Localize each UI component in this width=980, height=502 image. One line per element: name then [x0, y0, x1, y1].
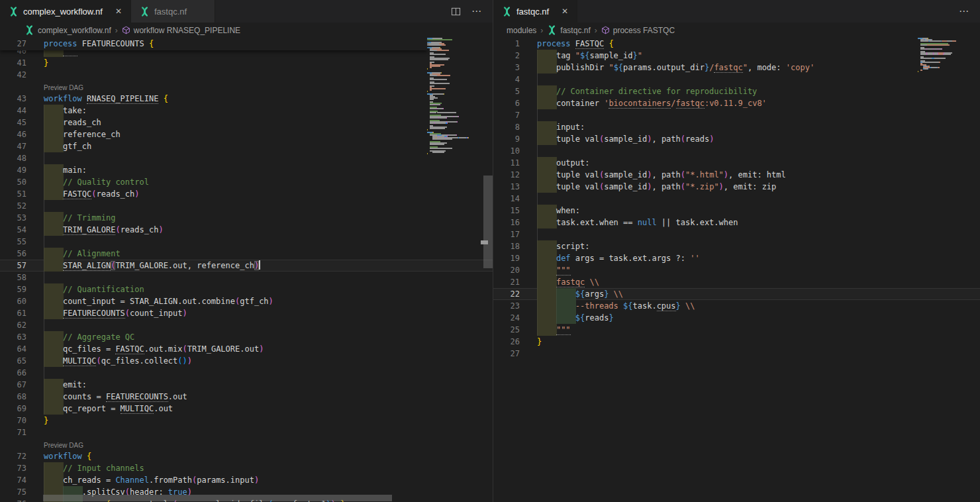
line-number[interactable]: 41	[0, 57, 26, 69]
line-number[interactable]: 4	[493, 74, 520, 85]
line-number[interactable]: 63	[0, 331, 26, 343]
code-line[interactable]: 42	[0, 69, 493, 81]
code-line[interactable]: 15 when:	[493, 205, 980, 217]
code-line[interactable]: 16 task.ext.when == null || task.ext.whe…	[493, 217, 980, 228]
line-number[interactable]: 56	[0, 248, 26, 260]
breadcrumb-item-process-fastqc[interactable]: process FASTQC	[601, 26, 675, 35]
code-line[interactable]: 17	[493, 228, 980, 240]
horizontal-scrollbar[interactable]	[0, 495, 427, 501]
code-line[interactable]: 8 input:	[493, 121, 980, 133]
horizontal-scrollbar-thumb[interactable]	[43, 495, 392, 501]
line-number[interactable]: 14	[493, 193, 520, 205]
code-line[interactable]: 41}	[0, 57, 493, 69]
line-number[interactable]: 10	[493, 145, 520, 157]
line-number[interactable]: 21	[493, 276, 520, 288]
line-number[interactable]: 19	[493, 252, 520, 264]
line-number[interactable]: 25	[493, 324, 520, 336]
line-number[interactable]: 74	[0, 474, 26, 486]
line-number[interactable]: 7	[493, 109, 520, 121]
line-number[interactable]: 45	[0, 117, 26, 128]
code-line[interactable]: 7	[493, 109, 980, 121]
line-number[interactable]: 17	[493, 228, 520, 240]
line-number[interactable]: 5	[493, 85, 520, 97]
code-line[interactable]: 74 ch_reads = Channel.fromPath(params.in…	[0, 474, 493, 486]
line-number[interactable]: 43	[0, 93, 26, 105]
line-number[interactable]: 12	[493, 169, 520, 181]
code-line[interactable]: 46 reference_ch	[0, 128, 493, 140]
editor-left[interactable]: 40 """41}42Preview DAG43workflow RNASEQ_…	[0, 38, 493, 502]
line-number[interactable]: 55	[0, 236, 26, 248]
code-line[interactable]: 45 reads_ch	[0, 117, 493, 128]
line-number[interactable]: 54	[0, 224, 26, 236]
code-line[interactable]: 26}	[493, 336, 980, 348]
code-line[interactable]: 55	[0, 236, 493, 248]
code-line[interactable]: 56 // Alignment	[0, 248, 493, 260]
code-line[interactable]: 2 tag "${sample_id}"	[493, 50, 980, 62]
code-line[interactable]: 9 tuple val(sample_id), path(reads)	[493, 133, 980, 145]
line-number[interactable]: 48	[0, 152, 26, 164]
line-number[interactable]: 69	[0, 403, 26, 415]
code-line[interactable]: 25 """	[493, 324, 980, 336]
breadcrumb-item-fastqc-nf[interactable]: fastqc.nf	[547, 25, 590, 35]
line-number[interactable]: 68	[0, 391, 26, 403]
line-number[interactable]: 42	[0, 69, 26, 81]
more-actions-icon[interactable]: ⋯	[959, 5, 969, 17]
code-line[interactable]: 21 fastqc \\	[493, 276, 980, 288]
line-number[interactable]: 62	[0, 319, 26, 331]
line-number[interactable]: 49	[0, 164, 26, 176]
code-line[interactable]: 51 FASTQC(reads_ch)	[0, 188, 493, 200]
line-number[interactable]: 57	[0, 260, 26, 272]
line-number[interactable]: 24	[493, 312, 520, 324]
tab-fastqc-nf[interactable]: fastqc.nf✕	[131, 0, 215, 23]
line-number[interactable]: 50	[0, 176, 26, 188]
line-number[interactable]: 44	[0, 105, 26, 117]
code-line[interactable]: 60 count_input = STAR_ALIGN.out.combine(…	[0, 295, 493, 307]
line-number[interactable]: 61	[0, 307, 26, 319]
code-line[interactable]: 23 --threads ${task.cpus} \\	[493, 300, 980, 312]
line-number[interactable]: 70	[0, 415, 26, 427]
breadcrumb-item-complex-workflow-nf[interactable]: complex_workflow.nf	[24, 25, 111, 35]
line-number[interactable]: 53	[0, 212, 26, 224]
code-line[interactable]: 50 // Quality control	[0, 176, 493, 188]
line-number[interactable]: 47	[0, 140, 26, 152]
code-line[interactable]: 59 // Quantification	[0, 283, 493, 295]
line-number[interactable]: 22	[493, 288, 520, 300]
tab-close-icon[interactable]: ✕	[560, 7, 570, 16]
code-line[interactable]: 5 // Container directive for reproducibi…	[493, 85, 980, 97]
line-number[interactable]: 9	[493, 133, 520, 145]
line-number[interactable]: 18	[493, 240, 520, 252]
code-line[interactable]: 27	[493, 348, 980, 360]
breadcrumb-item-workflow-rnaseq-pipeline[interactable]: workflow RNASEQ_PIPELINE	[122, 26, 240, 35]
code-line[interactable]: 61 FEATURECOUNTS(count_input)	[0, 307, 493, 319]
code-line[interactable]: 73 // Input channels	[0, 462, 493, 474]
more-actions-icon[interactable]: ⋯	[471, 5, 482, 17]
breadcrumb-item-modules[interactable]: modules	[507, 26, 536, 35]
line-number[interactable]: 1	[493, 38, 520, 50]
line-number[interactable]: 71	[0, 427, 26, 438]
line-number[interactable]: 72	[0, 450, 26, 462]
line-number[interactable]: 23	[493, 300, 520, 312]
code-line[interactable]: 72workflow {	[0, 450, 493, 462]
line-number[interactable]: 16	[493, 217, 520, 228]
code-line[interactable]: 13 tuple val(sample_id), path("*.zip"), …	[493, 181, 980, 193]
code-line[interactable]: 14	[493, 193, 980, 205]
line-number[interactable]: 11	[493, 157, 520, 169]
code-line[interactable]: 4	[493, 74, 980, 85]
code-line[interactable]: 1process FASTQC {	[493, 38, 980, 50]
line-number[interactable]: 64	[0, 343, 26, 355]
code-line[interactable]: 67 emit:	[0, 379, 493, 391]
code-line[interactable]: 6 container 'biocontainers/fastqc:v0.11.…	[493, 97, 980, 109]
line-number[interactable]: 20	[493, 264, 520, 276]
line-number[interactable]: 13	[493, 181, 520, 193]
line-number[interactable]: 15	[493, 205, 520, 217]
code-line[interactable]: 58	[0, 272, 493, 283]
line-number[interactable]: 60	[0, 295, 26, 307]
codelens-preview-dag[interactable]: Preview DAG	[0, 81, 493, 93]
code-line[interactable]: 18 script:	[493, 240, 980, 252]
code-line[interactable]: 52	[0, 200, 493, 212]
code-line[interactable]: 54 TRIM_GALORE(reads_ch)	[0, 224, 493, 236]
vertical-scrollbar[interactable]	[483, 38, 493, 502]
line-number[interactable]: 27	[0, 38, 26, 50]
code-line[interactable]: 66	[0, 367, 493, 379]
minimap[interactable]	[918, 38, 971, 502]
